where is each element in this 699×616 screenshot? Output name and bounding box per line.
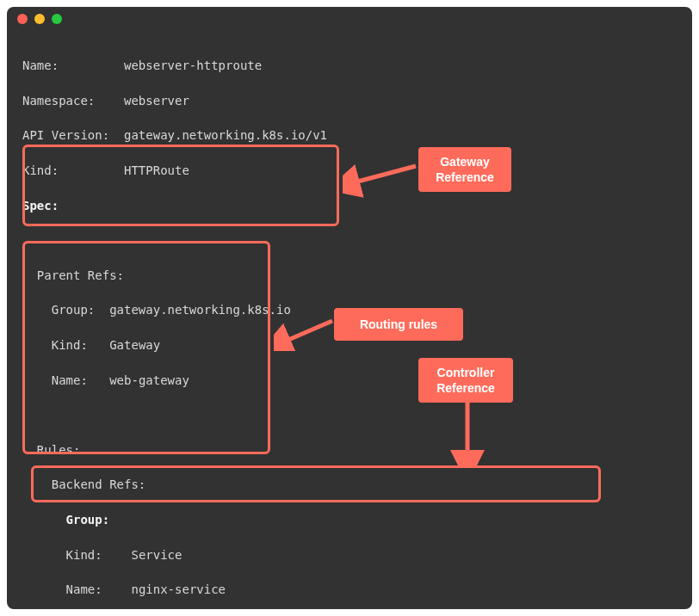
apiversion-value: gateway.networking.k8s.io/v1: [124, 128, 327, 142]
apiversion-label: API Version:: [22, 128, 109, 142]
kind-line: Kind: HTTPRoute: [22, 162, 677, 179]
callout-controller-reference: Controller Reference: [418, 358, 513, 403]
name-line: Name: webserver-httproute: [22, 57, 677, 74]
rules-title: Rules:: [22, 441, 677, 459]
name-label: Name:: [22, 59, 59, 72]
callout-routing-rules: Routing rules: [334, 308, 463, 341]
spec-line: Spec:: [22, 197, 677, 214]
close-icon[interactable]: [17, 14, 28, 24]
rules-name: Name: nginx-service: [22, 581, 677, 598]
terminal-window: Name: webserver-httproute Namespace: web…: [7, 7, 692, 609]
apiversion-line: API Version: gateway.networking.k8s.io/v…: [22, 126, 677, 144]
maximize-icon[interactable]: [52, 14, 62, 24]
name-value: webserver-httproute: [124, 59, 262, 72]
spec-label: Spec:: [22, 199, 59, 213]
minimize-icon[interactable]: [34, 14, 45, 24]
callout-gateway-reference: Gateway Reference: [418, 147, 511, 192]
blank-line-2: [22, 406, 677, 423]
backend-title: Backend Refs:: [22, 476, 677, 493]
parentrefs-title: Parent Refs:: [22, 267, 677, 284]
kind-label: Kind:: [22, 163, 59, 177]
kind-value: HTTPRoute: [124, 163, 189, 177]
namespace-line: Namespace: webserver: [22, 92, 677, 109]
parentrefs-name: Name: web-gateway: [22, 372, 677, 389]
rules-kind: Kind: Service: [22, 546, 677, 564]
namespace-value: webserver: [124, 94, 189, 108]
blank-line: [22, 231, 677, 249]
rules-group: Group:: [22, 511, 677, 528]
namespace-label: Namespace:: [22, 94, 95, 108]
titlebar: [7, 7, 692, 31]
